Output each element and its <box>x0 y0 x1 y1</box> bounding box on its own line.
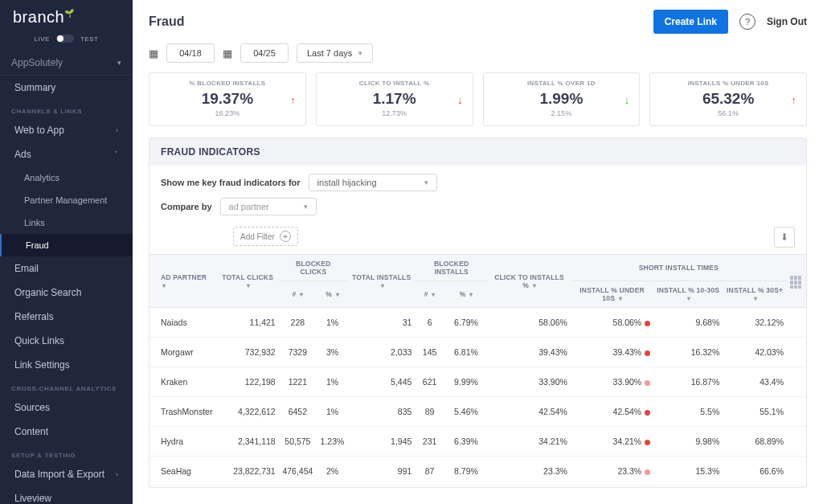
cell-bi-pct: 6.81% <box>444 338 488 367</box>
cell-bc-num: 50,575 <box>279 427 317 457</box>
cell-bi-num: 89 <box>415 397 444 427</box>
add-filter-button[interactable]: Add Filter+ <box>233 227 298 246</box>
column-selector-button[interactable] <box>787 255 806 308</box>
cell-cti: 23.3% <box>488 457 571 486</box>
table-row[interactable]: Kraken 122,198 1221 1% 5,445 621 9.99% 3… <box>149 367 806 397</box>
col-blocked-clicks-num[interactable]: # ▾ <box>279 281 317 308</box>
indicator-select[interactable]: install hijacking▾ <box>309 174 437 191</box>
plus-icon: + <box>280 231 291 242</box>
calendar-icon[interactable]: ▦ <box>223 47 232 59</box>
logo: branch🌱 <box>0 0 133 31</box>
trend-arrow-icon: ↑ <box>290 93 296 105</box>
kpi-card[interactable]: INSTALL % OVER 1D 1.99% 2.15% ↓ <box>483 72 641 126</box>
cell-total-clicks: 23,822,731 <box>217 457 279 486</box>
kpi-card[interactable]: CLICK TO INSTALL % 1.17% 12.73% ↓ <box>316 72 473 126</box>
start-date-input[interactable]: 04/18 <box>166 43 215 63</box>
col-total-installs[interactable]: TOTAL INSTALLS ▾ <box>348 255 415 308</box>
toggle-icon[interactable] <box>56 35 74 43</box>
compare-select[interactable]: ad partner▾ <box>220 198 317 215</box>
col-i30p[interactable]: INSTALL % 30S+ ▾ <box>723 281 787 308</box>
app-selector[interactable]: AppSolutely▾ <box>0 51 133 76</box>
sidebar-item-ads[interactable]: Ads˅ <box>0 142 133 166</box>
section-title: FRAUD INDICATORS <box>149 138 806 166</box>
calendar-icon[interactable]: ▦ <box>149 47 158 59</box>
chevron-down-icon: ▾ <box>117 59 121 67</box>
status-dot-icon <box>645 321 650 326</box>
cell-i1030: 16.32% <box>653 338 723 367</box>
cell-i30p: 43.4% <box>723 367 787 397</box>
colgroup-blocked-clicks: BLOCKED CLICKS <box>279 255 348 281</box>
table-row[interactable]: SeaHag 23,822,731 476,454 2% 991 87 8.79… <box>149 457 806 486</box>
end-date-input[interactable]: 04/25 <box>240 43 289 63</box>
kpi-card[interactable]: % BLOCKED INSTALLS 19.37% 16.23% ↑ <box>149 72 306 126</box>
cell-cti: 58.06% <box>488 308 571 338</box>
sidebar-item-sources[interactable]: Sources <box>0 395 133 420</box>
table-row[interactable]: Morgawr 732,932 7329 3% 2,033 145 6.81% … <box>149 338 806 367</box>
cell-i1030: 16.87% <box>653 367 723 397</box>
col-blocked-clicks-pct[interactable]: % ▾ <box>317 281 348 308</box>
download-button[interactable]: ⬇ <box>774 227 795 248</box>
col-total-clicks[interactable]: TOTAL CLICKS ▾ <box>217 255 279 308</box>
table-row[interactable]: Naiads 11,421 228 1% 31 6 6.79% 58.06% 5… <box>149 308 806 338</box>
live-test-toggle[interactable]: LIVE TEST <box>0 31 133 51</box>
status-dot-icon <box>645 350 650 356</box>
chevron-down-icon: ▾ <box>424 178 428 186</box>
sidebar-item-partner-management[interactable]: Partner Management <box>0 189 133 211</box>
sidebar-item-email[interactable]: Email <box>0 256 133 281</box>
kpi-prev: 16.23% <box>161 109 294 117</box>
sidebar-item-link-settings[interactable]: Link Settings <box>0 353 133 377</box>
cell-i30p: 32.12% <box>723 308 787 338</box>
cell-u10: 42.54% <box>571 397 653 427</box>
table-row[interactable]: Architeuthis 844,521 16890 2% 3,218 314 … <box>149 486 806 489</box>
date-range-select[interactable]: Last 7 days▾ <box>297 43 373 63</box>
sidebar-section-cca: CROSS-CHANNEL ANALYTICS <box>0 377 133 395</box>
col-ad-partner[interactable]: AD PARTNER ▾ <box>149 255 217 308</box>
sidebar-item-quick-links[interactable]: Quick Links <box>0 329 133 353</box>
sidebar-item-liveview[interactable]: Liveview <box>0 486 133 504</box>
col-blocked-installs-num[interactable]: # ▾ <box>415 281 444 308</box>
sidebar-item-data-import[interactable]: Data Import & Export› <box>0 462 133 486</box>
cell-total-installs: 835 <box>348 397 415 427</box>
kpi-label: % BLOCKED INSTALLS <box>161 80 294 87</box>
cell-total-installs: 2,033 <box>348 338 415 367</box>
cell-bc-pct: 1.23% <box>317 427 348 457</box>
cell-total-installs: 3,218 <box>348 486 415 489</box>
col-blocked-installs-pct[interactable]: % ▾ <box>444 281 488 308</box>
kpi-value: 19.37% <box>161 90 294 108</box>
table-row[interactable]: Hydra 2,341,118 50,575 1.23% 1,945 231 6… <box>149 427 806 457</box>
col-cti[interactable]: CLICK TO INSTALLS % ▾ <box>488 255 571 308</box>
cell-i30p: 42.03% <box>723 338 787 367</box>
help-icon[interactable]: ? <box>739 14 755 30</box>
cell-partner: Morgawr <box>149 338 217 367</box>
cell-bi-pct: 5.46% <box>444 397 488 427</box>
sidebar: branch🌱 LIVE TEST AppSolutely▾ Summary C… <box>0 0 133 504</box>
cell-total-clicks: 4,322,612 <box>217 397 279 427</box>
col-u10s[interactable]: INSTALL % UNDER 10S ▾ <box>571 281 653 308</box>
create-link-button[interactable]: Create Link <box>653 10 728 34</box>
kpi-card[interactable]: INSTALLS % UNDER 10S 65.32% 56.1% ↑ <box>649 72 807 126</box>
sidebar-item-content[interactable]: Content <box>0 420 133 444</box>
sign-out-link[interactable]: Sign Out <box>767 16 807 27</box>
sidebar-item-referrals[interactable]: Referrals <box>0 305 133 329</box>
kpi-value: 1.99% <box>495 90 629 108</box>
table-row[interactable]: TrashMonster 4,322,612 6452 1% 835 89 5.… <box>149 397 806 427</box>
sidebar-item-fraud[interactable]: Fraud <box>0 234 133 256</box>
chevron-down-icon: ˅ <box>114 150 118 158</box>
sidebar-item-organic-search[interactable]: Organic Search <box>0 281 133 305</box>
sidebar-item-summary[interactable]: Summary <box>0 76 133 100</box>
compare-label: Compare by <box>161 202 212 211</box>
cell-bi-pct: 6.79% <box>444 308 488 338</box>
sidebar-item-links[interactable]: Links <box>0 211 133 234</box>
columns-icon <box>790 276 803 289</box>
indicator-label: Show me key fraud indicators for <box>161 178 301 187</box>
col-i1030[interactable]: INSTALL % 10-30S ▾ <box>653 281 723 308</box>
status-dot-icon <box>645 440 650 445</box>
cell-bc-pct: 2% <box>317 457 348 486</box>
sidebar-item-analytics[interactable]: Analytics <box>0 166 133 189</box>
cell-partner: TrashMonster <box>149 397 217 427</box>
cell-bc-pct: 1% <box>317 367 348 397</box>
cell-cti: 33.90% <box>488 367 571 397</box>
live-label: LIVE <box>35 35 50 43</box>
sidebar-item-web-to-app[interactable]: Web to App› <box>0 118 133 142</box>
trend-arrow-icon: ↓ <box>457 93 463 105</box>
